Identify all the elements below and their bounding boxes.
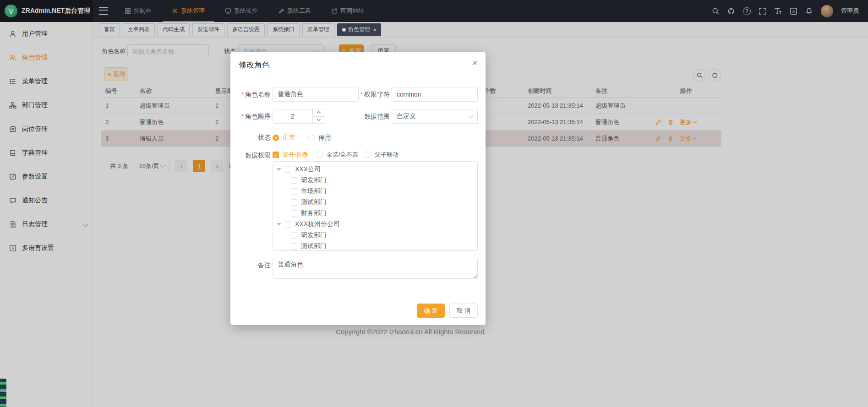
select-all-checkbox[interactable]: 全选/全不选 — [317, 151, 358, 159]
edit-role-dialog: 修改角色 角色名称 权限字符 角色顺序 2 数据范围 自定义 — [230, 52, 486, 325]
radio-label: 正常 — [283, 134, 295, 142]
stepper-down-button[interactable] — [313, 117, 325, 124]
tree-node[interactable]: 研发部门 — [273, 175, 477, 186]
required-asterisk — [241, 91, 244, 98]
tree-checkbox[interactable] — [285, 221, 291, 228]
data-scope-label: 数据范围 — [346, 109, 390, 124]
tree-expand-icon[interactable] — [277, 168, 281, 171]
checkbox-label: 展开/折叠 — [283, 151, 308, 159]
remark-textarea[interactable]: 普通角色 — [273, 258, 478, 279]
radio-label: 停用 — [318, 134, 331, 142]
chevron-up-icon — [317, 111, 321, 115]
tree-node-label: 财务部门 — [301, 209, 327, 217]
chevron-down-icon — [468, 113, 473, 118]
tree-node[interactable]: 财务部门 — [273, 208, 477, 219]
tree-expand-icon[interactable] — [277, 223, 281, 226]
data-scope-select[interactable]: 自定义 — [392, 109, 478, 124]
close-icon[interactable] — [471, 59, 477, 67]
dialog-row-1: 角色名称 权限字符 — [230, 87, 486, 102]
tree-node-label: 研发部门 — [301, 176, 327, 185]
radio-icon — [308, 135, 315, 141]
tree-node-label: 测试部门 — [301, 242, 327, 250]
dialog-remark-row: 备注 普通角色 — [230, 258, 486, 279]
confirm-button[interactable]: 确 定 — [417, 304, 445, 318]
tree-checkbox[interactable] — [291, 188, 297, 195]
status-label: 状态 — [230, 133, 271, 142]
remark-label: 备注 — [230, 258, 271, 272]
checkbox-icon — [365, 152, 371, 158]
tree-node-label: 研发部门 — [301, 231, 327, 239]
required-asterisk — [241, 113, 244, 120]
tree-node-label: 测试部门 — [301, 198, 327, 206]
tree-checkbox[interactable] — [291, 199, 297, 206]
required-asterisk — [360, 91, 363, 98]
tree-node[interactable]: 市场部门 — [273, 186, 477, 197]
expand-collapse-checkbox[interactable]: 展开/折叠 — [273, 151, 308, 159]
tree-node-label: XXX公司 — [295, 165, 321, 174]
data-perm-label: 数据权限 — [230, 151, 271, 160]
perm-char-label: 权限字符 — [346, 87, 390, 102]
tree-node-label: XXX杭州分公司 — [295, 220, 340, 228]
role-order-value: 2 — [273, 109, 312, 123]
permission-tree: XXX公司 研发部门 市场部门 测试部门 财务部门 XXX杭州分公司 研发部门 … — [273, 161, 478, 251]
role-order-label: 角色顺序 — [230, 109, 271, 124]
tree-checkbox[interactable] — [291, 232, 297, 239]
tree-node[interactable]: 测试部门 — [273, 197, 477, 208]
tree-node[interactable]: XXX杭州分公司 — [273, 219, 477, 230]
tree-checkbox[interactable] — [291, 210, 297, 217]
checkbox-label: 父子联动 — [375, 151, 399, 159]
role-name-label: 角色名称 — [230, 87, 271, 102]
tree-node-label: 市场部门 — [301, 187, 327, 195]
parent-child-link-checkbox[interactable]: 父子联动 — [365, 151, 399, 159]
tree-checkbox[interactable] — [285, 166, 291, 173]
chevron-down-icon — [317, 117, 321, 121]
dialog-footer: 确 定 取 消 — [417, 304, 478, 318]
radio-icon — [273, 135, 279, 141]
check-icon — [274, 152, 278, 157]
checkbox-icon — [317, 152, 323, 158]
dialog-row-2: 角色顺序 2 数据范围 自定义 — [230, 109, 486, 124]
cancel-button[interactable]: 取 消 — [449, 304, 478, 318]
tree-checkbox[interactable] — [291, 177, 297, 184]
tree-node[interactable]: 研发部门 — [273, 230, 477, 241]
stepper-up-button[interactable] — [313, 109, 325, 117]
checkbox-label: 全选/全不选 — [327, 151, 358, 159]
tree-node[interactable]: XXX公司 — [273, 164, 477, 175]
data-scope-value: 自定义 — [397, 112, 416, 120]
tree-checkbox[interactable] — [291, 243, 297, 250]
dialog-status-row: 状态 正常 停用 — [230, 133, 486, 142]
app-root: V ZRAdmin.NET后台管理 控制台 系统管理 系统监控 系统工具 — [0, 0, 868, 407]
corner-widget[interactable] — [0, 379, 6, 407]
dialog-title: 修改角色 — [239, 60, 270, 70]
status-radio-disabled[interactable]: 停用 — [308, 134, 331, 142]
role-order-stepper[interactable]: 2 — [273, 109, 325, 124]
tree-node[interactable]: 测试部门 — [273, 241, 477, 251]
dialog-perm-row: 数据权限 展开/折叠 全选/全不选 父子联动 — [230, 151, 486, 160]
perm-char-input[interactable] — [392, 87, 478, 102]
checkbox-icon — [273, 152, 279, 158]
status-radio-normal[interactable]: 正常 — [273, 134, 295, 142]
